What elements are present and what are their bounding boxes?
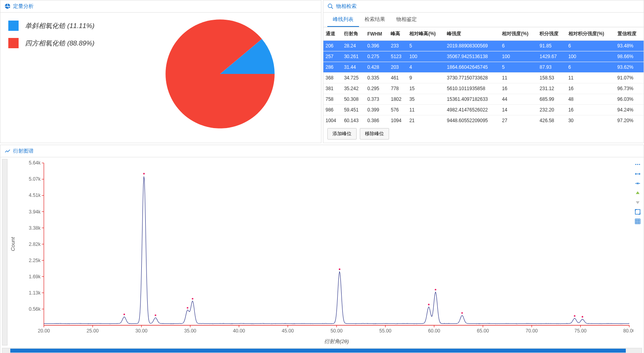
vertical-scrollbar[interactable] — [2, 159, 8, 345]
scrollbar-thumb[interactable] — [10, 349, 626, 353]
table-header[interactable]: 通道 — [323, 27, 342, 41]
peak-table[interactable]: 通道衍射角FWHM峰高相对峰高(%)峰强度相对强度(%)积分强度相对积分强度(%… — [323, 27, 644, 125]
tab-phase-identify[interactable]: 物相鉴定 — [391, 13, 422, 27]
table-row[interactable]: 100460.1430.3861094219448.60552209095274… — [323, 115, 644, 125]
table-cell: 11 — [566, 73, 615, 83]
svg-point-64 — [637, 164, 638, 165]
table-header[interactable]: 置信程度 — [615, 27, 644, 41]
table-cell: 0.373 — [365, 94, 389, 105]
svg-text:45.00: 45.00 — [282, 328, 294, 334]
grid-icon[interactable] — [635, 218, 641, 225]
table-row[interactable]: 28631.440.42820341864.66042645745587.936… — [323, 62, 644, 73]
table-cell: 3730.77150733628 — [445, 73, 500, 83]
table-cell: 48 — [566, 94, 615, 105]
table-cell: 96.73% — [615, 83, 644, 94]
table-cell: 96.03% — [615, 94, 644, 105]
table-cell: 91.85 — [537, 41, 566, 51]
table-cell: 233 — [388, 41, 407, 51]
table-cell: 1094 — [388, 115, 407, 125]
table-cell: 758 — [323, 94, 342, 105]
table-header[interactable]: 相对强度(%) — [500, 27, 537, 41]
table-row[interactable]: 20628.240.39623352019.88908300569691.856… — [323, 41, 644, 51]
table-cell: 381 — [323, 83, 342, 94]
table-cell: 368 — [323, 73, 342, 83]
svg-point-62 — [581, 316, 583, 317]
legend-label: 四方相氧化锆 (88.89%) — [25, 39, 95, 48]
table-header[interactable]: 积分强度 — [537, 27, 566, 41]
table-header[interactable]: 衍射角 — [342, 27, 365, 41]
table-cell: 6 — [500, 41, 537, 51]
legend-item: 四方相氧化锆 (88.89%) — [8, 38, 127, 48]
triangle-down-icon[interactable] — [635, 199, 641, 206]
more-icon[interactable] — [635, 161, 641, 168]
table-row[interactable]: 36834.7250.33546193730.7715073362811158.… — [323, 73, 644, 83]
table-cell: 0.335 — [365, 73, 389, 83]
diffraction-chart[interactable]: 0.56k1.13k1.69k2.25k2.82k3.38k3.94k4.51k… — [8, 159, 633, 345]
legend-item: 单斜相氧化锆 (11.11%) — [8, 21, 127, 31]
fullscreen-icon[interactable] — [635, 209, 641, 215]
svg-text:1.69k: 1.69k — [29, 274, 41, 279]
expand-horizontal-icon[interactable] — [635, 171, 641, 177]
svg-text:2.25k: 2.25k — [29, 258, 41, 263]
svg-point-0 — [328, 4, 332, 8]
svg-point-56 — [192, 298, 193, 300]
svg-text:80.00: 80.00 — [623, 328, 633, 334]
table-cell: 0.275 — [365, 51, 389, 62]
table-cell: 426.58 — [537, 115, 566, 125]
svg-text:55.00: 55.00 — [379, 328, 391, 334]
horizontal-scrollbar[interactable] — [2, 348, 642, 353]
table-header[interactable]: 峰强度 — [445, 27, 500, 41]
add-peak-button[interactable]: 添加峰位 — [327, 128, 357, 140]
diffraction-panel: 衍射图谱 0.56k1.13k1.69k2.25k2.82k3.38k3.94k… — [0, 145, 644, 353]
table-header[interactable]: FWHM — [365, 27, 389, 41]
table-cell: 35.242 — [342, 83, 365, 94]
diffraction-header: 衍射图谱 — [0, 145, 644, 157]
svg-text:60.00: 60.00 — [428, 328, 440, 334]
table-row[interactable]: 25730.2610.275512310035067.9425136138100… — [323, 51, 644, 62]
svg-text:70.00: 70.00 — [526, 328, 538, 334]
svg-point-54 — [155, 315, 156, 316]
table-cell: 0.396 — [365, 41, 389, 51]
table-header[interactable]: 相对峰高(%) — [407, 27, 445, 41]
collapse-horizontal-icon[interactable] — [635, 180, 641, 187]
table-cell: 16 — [566, 83, 615, 94]
table-cell: 11 — [500, 73, 537, 83]
triangle-up-icon[interactable] — [635, 190, 641, 196]
table-header[interactable]: 相对积分强度(%) — [566, 27, 615, 41]
svg-text:5.07k: 5.07k — [29, 176, 41, 182]
table-cell: 685.99 — [537, 94, 566, 105]
table-cell: 44 — [500, 94, 537, 105]
svg-text:2.82k: 2.82k — [29, 242, 41, 247]
svg-point-53 — [143, 173, 145, 174]
table-cell: 15361.4097182633 — [445, 94, 500, 105]
diffraction-title: 衍射图谱 — [13, 147, 34, 155]
table-cell: 16 — [566, 105, 615, 115]
table-cell: 231.12 — [537, 83, 566, 94]
pie-chart-icon — [4, 3, 11, 9]
table-cell: 50.308 — [342, 94, 365, 105]
table-cell: 93.62% — [615, 62, 644, 73]
table-cell: 4982.41476526022 — [445, 105, 500, 115]
svg-text:3.94k: 3.94k — [29, 209, 41, 215]
table-cell: 60.143 — [342, 115, 365, 125]
tab-search-result[interactable]: 检索结果 — [359, 13, 391, 27]
table-cell: 0.295 — [365, 83, 389, 94]
svg-text:0.56k: 0.56k — [29, 306, 41, 312]
table-row[interactable]: 98659.4510.399576114982.4147652602214232… — [323, 105, 644, 115]
remove-peak-button[interactable]: 移除峰位 — [360, 128, 389, 140]
table-row[interactable]: 38135.2420.295778155610.101193585816231.… — [323, 83, 644, 94]
svg-marker-69 — [636, 191, 639, 194]
table-cell: 31.44 — [342, 62, 365, 73]
table-cell: 97.20% — [615, 115, 644, 125]
legend-label: 单斜相氧化锆 (11.11%) — [25, 21, 95, 30]
table-cell: 5 — [407, 41, 445, 51]
table-row[interactable]: 75850.3080.37318023515361.40971826334468… — [323, 94, 644, 105]
svg-text:75.00: 75.00 — [574, 328, 587, 334]
table-cell: 98.66% — [615, 51, 644, 62]
table-cell: 59.451 — [342, 105, 365, 115]
table-cell: 257 — [323, 51, 342, 62]
svg-line-1 — [331, 7, 333, 9]
tab-peak-list[interactable]: 峰线列表 — [327, 13, 359, 27]
table-header[interactable]: 峰高 — [388, 27, 407, 41]
svg-text:25.00: 25.00 — [87, 328, 99, 334]
